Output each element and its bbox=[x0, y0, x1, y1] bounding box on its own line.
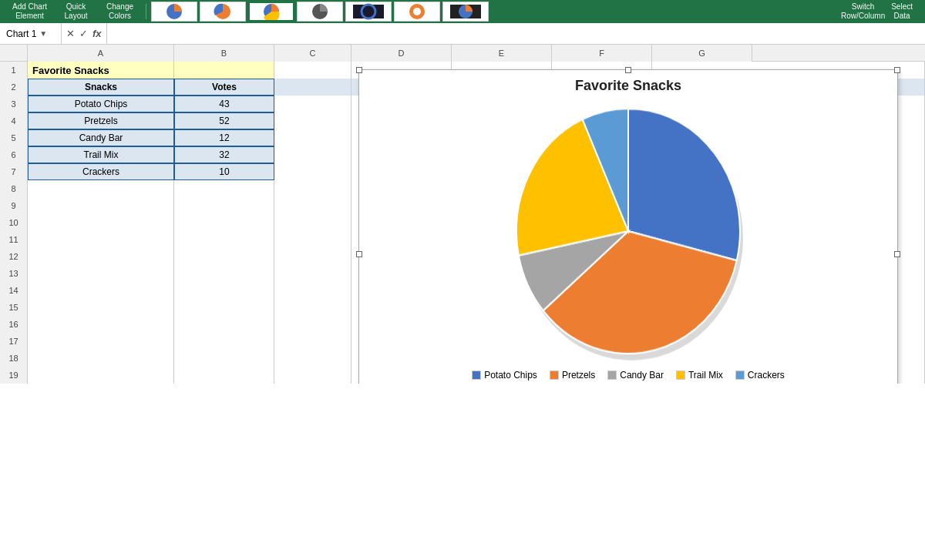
toolbar-separator-1 bbox=[146, 4, 146, 19]
insert-function-icon[interactable]: fx bbox=[92, 28, 102, 39]
svg-point-7 bbox=[413, 8, 421, 15]
cell-ref-dropdown-icon[interactable]: ▼ bbox=[39, 29, 47, 38]
row-number-14: 14 bbox=[0, 282, 28, 299]
cell-c19[interactable] bbox=[274, 367, 352, 384]
cell-a14[interactable] bbox=[28, 282, 174, 299]
column-header-g[interactable]: G bbox=[652, 45, 752, 62]
add-chart-element-button[interactable]: Add Chart Element bbox=[6, 1, 53, 22]
cancel-formula-icon[interactable]: ✕ bbox=[66, 28, 75, 39]
cell-b14[interactable] bbox=[174, 282, 274, 299]
cell-c3[interactable] bbox=[274, 96, 352, 112]
cell-c8[interactable] bbox=[274, 180, 352, 197]
column-header-f[interactable]: F bbox=[552, 45, 652, 62]
cell-c13[interactable] bbox=[274, 265, 352, 282]
cell-c4[interactable] bbox=[274, 112, 352, 129]
cell-b13[interactable] bbox=[174, 265, 274, 282]
resize-handle-top-left[interactable] bbox=[356, 67, 362, 73]
cell-b17[interactable] bbox=[174, 333, 274, 350]
cell-a5[interactable]: Candy Bar bbox=[28, 129, 174, 146]
cell-b9[interactable] bbox=[174, 197, 274, 214]
resize-handle-top-center[interactable] bbox=[625, 67, 631, 73]
pie-chart[interactable] bbox=[497, 100, 759, 362]
resize-handle-middle-right[interactable] bbox=[894, 251, 900, 257]
cell-b1[interactable] bbox=[174, 62, 274, 79]
cell-c17[interactable] bbox=[274, 333, 352, 350]
quick-layout-button[interactable]: Quick Layout bbox=[55, 1, 97, 22]
cell-a16[interactable] bbox=[28, 316, 174, 333]
cell-b7[interactable]: 10 bbox=[174, 163, 274, 180]
chart-container[interactable]: Favorite Snacks Potato ChipsPretzelsCand… bbox=[358, 69, 898, 384]
chart-style-thumb-2[interactable] bbox=[200, 2, 246, 22]
resize-handle-top-right[interactable] bbox=[894, 67, 900, 73]
cell-b15[interactable] bbox=[174, 299, 274, 316]
confirm-formula-icon[interactable]: ✓ bbox=[79, 28, 88, 39]
chart-style-thumb-3[interactable] bbox=[248, 2, 294, 22]
cell-b5[interactable]: 12 bbox=[174, 129, 274, 146]
cell-b6[interactable]: 32 bbox=[174, 146, 274, 163]
cell-a19[interactable] bbox=[28, 367, 174, 384]
cell-a1[interactable]: Favorite Snacks bbox=[28, 62, 174, 79]
cell-a17[interactable] bbox=[28, 333, 174, 350]
cell-a13[interactable] bbox=[28, 265, 174, 282]
cell-c1[interactable] bbox=[274, 62, 352, 79]
cell-a6[interactable]: Trail Mix bbox=[28, 146, 174, 163]
cell-b12[interactable] bbox=[174, 248, 274, 265]
row-number-12: 12 bbox=[0, 248, 28, 265]
switch-row-column-button[interactable]: SwitchRow/Column bbox=[841, 2, 885, 21]
cell-b18[interactable] bbox=[174, 350, 274, 367]
column-header-a[interactable]: A bbox=[28, 45, 174, 62]
cell-b4[interactable]: 52 bbox=[174, 112, 274, 129]
cell-reference-box[interactable]: Chart 1 ▼ bbox=[0, 23, 62, 44]
legend-color-swatch bbox=[550, 371, 559, 380]
cell-c12[interactable] bbox=[274, 248, 352, 265]
cell-c16[interactable] bbox=[274, 316, 352, 333]
legend-color-swatch bbox=[472, 371, 481, 380]
cell-c6[interactable] bbox=[274, 146, 352, 163]
cell-c2[interactable] bbox=[274, 79, 352, 96]
cell-b11[interactable] bbox=[174, 231, 274, 248]
cell-a15[interactable] bbox=[28, 299, 174, 316]
chart-style-thumb-4[interactable] bbox=[297, 2, 343, 22]
cell-a7[interactable]: Crackers bbox=[28, 163, 174, 180]
column-header-d[interactable]: D bbox=[352, 45, 452, 62]
cell-c14[interactable] bbox=[274, 282, 352, 299]
chart-style-thumb-7[interactable] bbox=[442, 2, 489, 22]
cell-a10[interactable] bbox=[28, 214, 174, 231]
row-number-11: 11 bbox=[0, 231, 28, 248]
cell-b19[interactable] bbox=[174, 367, 274, 384]
cell-a11[interactable] bbox=[28, 231, 174, 248]
cell-b8[interactable] bbox=[174, 180, 274, 197]
cell-a8[interactable] bbox=[28, 180, 174, 197]
cell-c10[interactable] bbox=[274, 214, 352, 231]
cell-b3[interactable]: 43 bbox=[174, 96, 274, 112]
legend-item: Crackers bbox=[735, 370, 785, 381]
chart-style-thumb-1[interactable] bbox=[151, 2, 197, 22]
spreadsheet: A B C D E F G 1 Favorite Snacks 2 Snacks… bbox=[0, 45, 925, 537]
resize-handle-middle-left[interactable] bbox=[356, 251, 362, 257]
column-header-c[interactable]: C bbox=[274, 45, 352, 62]
cell-c7[interactable] bbox=[274, 163, 352, 180]
cell-a3[interactable]: Potato Chips bbox=[28, 96, 174, 112]
change-colors-button[interactable]: Change Colors bbox=[99, 1, 141, 22]
cell-a9[interactable] bbox=[28, 197, 174, 214]
cell-c15[interactable] bbox=[274, 299, 352, 316]
chart-style-thumb-6[interactable] bbox=[394, 2, 440, 22]
cell-a12[interactable] bbox=[28, 248, 174, 265]
cell-b2[interactable]: Votes bbox=[174, 79, 274, 96]
cell-a4[interactable]: Pretzels bbox=[28, 112, 174, 129]
row-number-2: 2 bbox=[0, 79, 28, 96]
cell-a18[interactable] bbox=[28, 350, 174, 367]
cell-b10[interactable] bbox=[174, 214, 274, 231]
cell-a2[interactable]: Snacks bbox=[28, 79, 174, 96]
cell-b16[interactable] bbox=[174, 316, 274, 333]
column-header-b[interactable]: B bbox=[174, 45, 274, 62]
formula-input[interactable] bbox=[107, 23, 925, 44]
cell-c9[interactable] bbox=[274, 197, 352, 214]
chart-style-thumb-5[interactable] bbox=[345, 2, 392, 22]
row-number-header bbox=[0, 45, 28, 61]
cell-c11[interactable] bbox=[274, 231, 352, 248]
cell-c18[interactable] bbox=[274, 350, 352, 367]
select-data-button[interactable]: SelectData bbox=[891, 2, 913, 21]
column-header-e[interactable]: E bbox=[452, 45, 552, 62]
cell-c5[interactable] bbox=[274, 129, 352, 146]
